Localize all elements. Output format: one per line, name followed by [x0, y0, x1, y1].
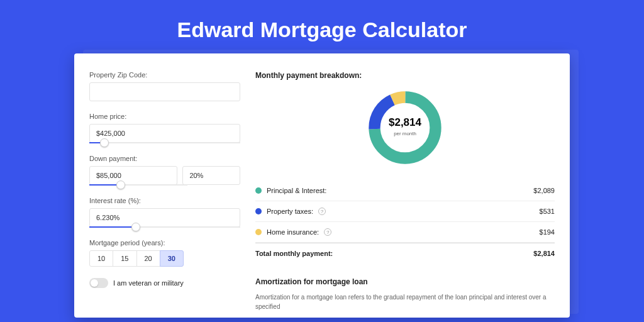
veteran-toggle[interactable]	[89, 278, 108, 288]
breakdown-panel: Monthly payment breakdown: $2,814 per mo…	[255, 71, 555, 318]
legend-row-taxes: Property taxes: ? $531	[255, 201, 555, 222]
period-10-button[interactable]: 10	[89, 250, 113, 267]
donut-center-amount: $2,814	[389, 116, 422, 128]
down-label: Down payment:	[89, 155, 240, 162]
page-title: Edward Mortgage Calculator	[0, 18, 644, 42]
legend-row-principal: Principal & Interest: $2,089	[255, 180, 555, 201]
zip-block: Property Zip Code:	[89, 71, 240, 101]
help-icon[interactable]: ?	[324, 228, 331, 236]
rate-label: Interest rate (%):	[89, 197, 240, 204]
form-panel: Property Zip Code: Home price: Down paym…	[89, 71, 240, 318]
total-value: $2,814	[533, 250, 555, 257]
dot-icon	[255, 229, 262, 235]
legend-label: Principal & Interest:	[267, 187, 326, 194]
slider-thumb[interactable]	[131, 223, 140, 231]
period-label: Mortgage period (years):	[89, 239, 240, 247]
total-label: Total monthly payment:	[255, 250, 333, 257]
down-pct-input[interactable]	[182, 166, 240, 185]
legend-value: $531	[540, 208, 555, 215]
slider-thumb[interactable]	[100, 138, 109, 147]
down-slider[interactable]	[89, 184, 187, 186]
zip-label: Property Zip Code:	[89, 71, 240, 79]
amort-text: Amortization for a mortgage loan refers …	[255, 292, 555, 311]
period-20-button[interactable]: 20	[136, 250, 160, 267]
price-slider[interactable]	[89, 142, 240, 143]
period-block: Mortgage period (years): 10 15 20 30	[89, 239, 240, 267]
legend-row-total: Total monthly payment: $2,814	[255, 243, 555, 264]
legend-value: $2,089	[533, 187, 555, 194]
donut-svg: $2,814 per month	[365, 87, 445, 168]
period-buttons: 10 15 20 30	[89, 250, 240, 267]
period-30-button[interactable]: 30	[160, 250, 184, 267]
price-input[interactable]	[89, 124, 240, 143]
dot-icon	[255, 187, 262, 194]
breakdown-title: Monthly payment breakdown:	[255, 71, 555, 80]
donut-center-sub: per month	[394, 131, 416, 136]
period-15-button[interactable]: 15	[113, 250, 136, 267]
rate-slider[interactable]	[89, 226, 240, 228]
toggle-knob	[91, 279, 98, 287]
legend-label: Property taxes:	[267, 208, 313, 215]
veteran-label: I am veteran or military	[113, 279, 184, 287]
donut-chart: $2,814 per month	[255, 87, 555, 168]
rate-block: Interest rate (%):	[89, 197, 240, 228]
amort-title: Amortization for mortgage loan	[255, 277, 555, 286]
down-block: Down payment:	[89, 155, 240, 186]
veteran-toggle-row: I am veteran or military	[89, 278, 240, 288]
legend-value: $194	[540, 228, 555, 236]
price-block: Home price:	[89, 113, 240, 143]
slider-thumb[interactable]	[116, 180, 125, 189]
rate-input[interactable]	[89, 208, 240, 227]
down-amount-input[interactable]	[89, 166, 177, 185]
help-icon[interactable]: ?	[318, 208, 326, 215]
legend-label: Home insurance:	[267, 228, 319, 236]
dot-icon	[255, 208, 262, 214]
zip-input[interactable]	[89, 82, 240, 101]
legend: Principal & Interest: $2,089 Property ta…	[255, 180, 555, 264]
calculator-card: Property Zip Code: Home price: Down paym…	[74, 53, 570, 318]
legend-row-insurance: Home insurance: ? $194	[255, 222, 555, 243]
price-label: Home price:	[89, 113, 240, 120]
